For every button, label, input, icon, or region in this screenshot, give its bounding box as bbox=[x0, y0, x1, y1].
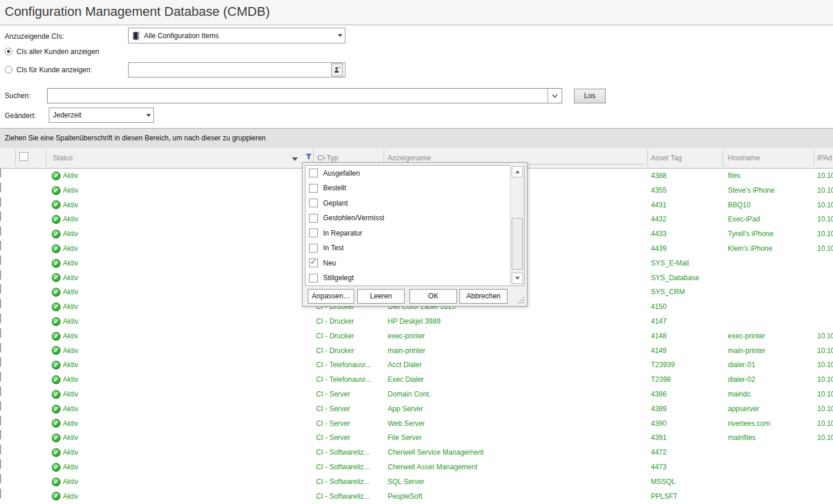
row-checkbox[interactable] bbox=[0, 226, 1, 236]
status-active-icon bbox=[52, 317, 61, 326]
ip-address-cell bbox=[817, 256, 833, 271]
row-checkbox[interactable] bbox=[0, 314, 1, 323]
column-header-status[interactable]: Status bbox=[53, 154, 73, 162]
filter-option[interactable]: Gestohlen/Vermisst bbox=[305, 211, 524, 226]
radio-by-customer-label[interactable]: CIs für Kunde anzeigen: bbox=[16, 66, 92, 74]
row-checkbox[interactable] bbox=[0, 284, 1, 294]
filter-option[interactable]: Bestellt bbox=[305, 181, 524, 196]
row-checkbox[interactable] bbox=[0, 183, 1, 192]
filter-option-checkbox[interactable] bbox=[309, 199, 318, 207]
radio-by-customer[interactable] bbox=[5, 66, 12, 73]
row-checkbox[interactable] bbox=[0, 474, 1, 483]
ip-address-cell: 10.10 bbox=[817, 183, 833, 198]
filter-option[interactable]: Neu bbox=[305, 256, 524, 271]
scroll-thumb[interactable] bbox=[512, 218, 523, 270]
status-label: Aktiv bbox=[63, 198, 78, 213]
scroll-up-icon[interactable] bbox=[512, 166, 523, 177]
table-row[interactable]: Aktiv CI - Server Domain Cont. 4386 main… bbox=[0, 387, 833, 402]
go-button[interactable]: Los bbox=[574, 89, 606, 103]
row-checkbox[interactable] bbox=[0, 387, 1, 396]
table-row[interactable]: Aktiv CI - Softwareliz... Cherwell Asset… bbox=[0, 460, 833, 475]
hostname-cell bbox=[728, 475, 810, 489]
filter-option[interactable]: In Test bbox=[305, 241, 524, 256]
status-label: Aktiv bbox=[63, 402, 78, 416]
search-input[interactable] bbox=[47, 88, 562, 103]
filter-option-checkbox[interactable] bbox=[309, 244, 318, 253]
column-header-ip-address[interactable]: IPAd bbox=[817, 154, 832, 162]
dropdown-arrow-icon[interactable] bbox=[143, 108, 153, 122]
ci-view-dropdown[interactable]: Alle Configuration Items bbox=[128, 28, 345, 43]
table-row[interactable]: Aktiv CI - Softwareliz... Cherwell Servi… bbox=[0, 445, 833, 460]
row-checkbox[interactable] bbox=[0, 270, 1, 280]
row-checkbox[interactable] bbox=[0, 372, 1, 381]
row-checkbox[interactable] bbox=[0, 430, 1, 439]
filter-option[interactable]: Geplant bbox=[305, 196, 524, 211]
changed-dropdown[interactable]: Jederzeit bbox=[49, 107, 154, 123]
filter-option[interactable]: Ausgefallen bbox=[305, 166, 524, 181]
table-row[interactable]: Aktiv CI - Drucker exec-printer 4148 exe… bbox=[0, 329, 833, 344]
filter-option[interactable]: In Reparatur bbox=[305, 226, 524, 241]
filter-funnel-icon[interactable] bbox=[305, 153, 312, 160]
table-row[interactable]: Aktiv CI - Softwareliz... SQL Server MSS… bbox=[0, 475, 833, 489]
row-checkbox[interactable] bbox=[0, 489, 1, 498]
table-row[interactable]: Aktiv CI - Telefonausr... Acct Dialer T2… bbox=[0, 358, 833, 372]
filter-option-checkbox[interactable] bbox=[309, 214, 318, 223]
row-checkbox[interactable] bbox=[0, 459, 1, 469]
radio-all-customers-label[interactable]: CIs aller Kunden anzeigen bbox=[16, 48, 99, 56]
search-dropdown-icon[interactable] bbox=[548, 89, 562, 103]
row-checkbox[interactable] bbox=[0, 169, 1, 177]
cancel-button[interactable]: Abbrechen bbox=[459, 289, 508, 304]
hostname-cell: files bbox=[728, 169, 810, 183]
ok-button[interactable]: OK bbox=[409, 289, 457, 304]
status-cell: Aktiv bbox=[52, 198, 304, 213]
column-header-asset-tag[interactable]: Asset Tag bbox=[651, 154, 681, 162]
ci-type-cell: CI - Softwareliz... bbox=[316, 489, 383, 504]
column-header-display-name[interactable]: Anzeigename bbox=[388, 154, 431, 162]
filter-option-checkbox[interactable] bbox=[309, 229, 318, 237]
display-name-cell: Exec Dialer bbox=[388, 372, 640, 387]
table-row[interactable]: Aktiv CI - Drucker main-printer 4149 mai… bbox=[0, 344, 833, 358]
column-header-ci-type[interactable]: CI-Typ bbox=[317, 154, 338, 162]
table-row[interactable]: Aktiv CI - Server File Server 4391 mainf… bbox=[0, 431, 833, 445]
customer-picker-button[interactable] bbox=[331, 63, 343, 76]
row-checkbox[interactable] bbox=[0, 445, 1, 454]
popup-scrollbar[interactable] bbox=[510, 165, 524, 285]
filter-option-checkbox[interactable] bbox=[309, 169, 318, 177]
sort-arrow-icon[interactable] bbox=[292, 157, 298, 161]
filter-option-checkbox[interactable] bbox=[309, 274, 318, 283]
filter-option-label: In Reparatur bbox=[323, 229, 362, 237]
row-checkbox[interactable] bbox=[0, 357, 1, 367]
filter-option-checkbox[interactable] bbox=[309, 184, 318, 193]
row-checkbox[interactable] bbox=[0, 197, 1, 207]
asset-tag-cell: SYS_E-Mail bbox=[651, 256, 720, 271]
group-by-bar[interactable]: Ziehen Sie eine Spaltenüberschrift in di… bbox=[0, 129, 833, 148]
filter-option[interactable]: Stillgelegt bbox=[305, 271, 524, 286]
title-bar: Configuration Management Database (CMDB) bbox=[0, 0, 833, 25]
filter-option-checkbox[interactable] bbox=[309, 258, 318, 267]
radio-all-customers[interactable] bbox=[5, 48, 12, 55]
customer-input[interactable] bbox=[128, 62, 345, 78]
column-header-hostname[interactable]: Hostname bbox=[728, 154, 760, 162]
row-checkbox[interactable] bbox=[0, 241, 1, 250]
select-all-checkbox[interactable] bbox=[19, 152, 28, 161]
dropdown-arrow-icon[interactable] bbox=[335, 28, 345, 43]
row-checkbox[interactable] bbox=[0, 401, 1, 411]
row-checkbox[interactable] bbox=[0, 211, 1, 221]
table-row[interactable]: Aktiv CI - Server Web Server 4390 rivert… bbox=[0, 416, 833, 431]
hostname-cell: exec-printer bbox=[728, 329, 810, 344]
row-checkbox[interactable] bbox=[0, 299, 1, 308]
row-checkbox[interactable] bbox=[0, 343, 1, 352]
status-cell: Aktiv bbox=[52, 256, 304, 271]
customize-button[interactable]: Anpassen… bbox=[308, 289, 354, 304]
table-row[interactable]: Aktiv CI - Telefonausr... Exec Dialer T2… bbox=[0, 372, 833, 387]
table-row[interactable]: Aktiv CI - Server App Server 4389 appser… bbox=[0, 402, 833, 416]
table-row[interactable]: Aktiv CI - Drucker HP Deskjet 3989 4147 bbox=[0, 314, 833, 329]
row-checkbox[interactable] bbox=[0, 328, 1, 338]
clear-button[interactable]: Leeren bbox=[357, 289, 405, 304]
asset-tag-cell: 4149 bbox=[651, 344, 720, 358]
row-checkbox[interactable] bbox=[0, 256, 1, 265]
resize-grip[interactable] bbox=[518, 297, 525, 304]
scroll-down-icon[interactable] bbox=[512, 273, 523, 284]
row-checkbox[interactable] bbox=[0, 416, 1, 425]
table-row[interactable]: Aktiv CI - Softwareliz... PeopleSoft PPL… bbox=[0, 489, 833, 504]
